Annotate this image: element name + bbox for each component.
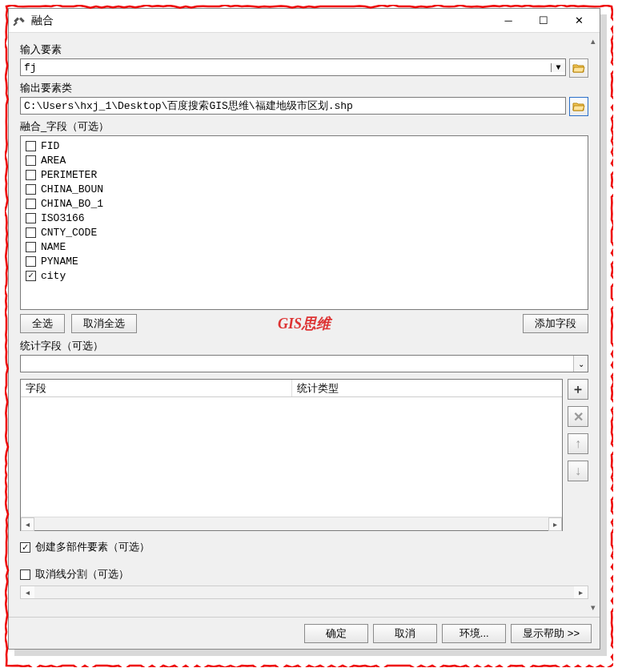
input-features-combo[interactable]: fj ▼ — [20, 58, 566, 76]
panel-vscroll[interactable]: ▴ ▾ — [588, 36, 598, 614]
cancel-button[interactable]: 取消 — [373, 624, 437, 643]
hammer-icon — [12, 14, 26, 28]
multipart-checkbox-row[interactable]: ✓ 创建多部件要素（可选） — [20, 539, 588, 555]
titlebar: 融合 ─ ☐ ✕ — [9, 9, 600, 33]
browse-output-button[interactable] — [569, 97, 588, 116]
field-item-label: NAME — [41, 241, 66, 253]
checkbox-icon[interactable]: ✓ — [20, 542, 30, 553]
panel-hscroll[interactable]: ◂ ▸ — [20, 585, 588, 599]
multipart-label: 创建多部件要素（可选） — [35, 540, 150, 554]
move-down-button[interactable]: ↓ — [568, 461, 588, 481]
field-item-label: CHINA_BO_1 — [41, 198, 103, 210]
field-item-label: CHINA_BOUN — [41, 183, 103, 195]
field-item[interactable]: ✓city — [26, 268, 583, 283]
stat-fields-label: 统计字段（可选） — [20, 339, 588, 353]
folder-open-icon — [572, 101, 585, 112]
stat-fields-combo[interactable]: ⌄ — [20, 355, 588, 372]
unsplit-label: 取消线分割（可选） — [35, 567, 129, 581]
checkbox-icon[interactable] — [26, 170, 36, 180]
remove-row-button[interactable]: ✕ — [568, 406, 588, 427]
table-header: 字段 统计类型 — [21, 380, 562, 397]
scroll-left-icon[interactable]: ◂ — [21, 586, 34, 598]
chevron-down-icon[interactable]: ▼ — [551, 63, 565, 72]
checkbox-icon[interactable] — [26, 141, 36, 151]
input-features-value: fj — [24, 62, 549, 74]
unselect-all-button[interactable]: 取消全选 — [71, 314, 137, 333]
field-item[interactable]: PERIMETER — [26, 167, 583, 182]
field-item[interactable]: CNTY_CODE — [26, 225, 583, 239]
dialog-window: 融合 ─ ☐ ✕ ▴ ▾ 输入要素 fj ▼ 输出要素类 — [8, 8, 600, 650]
dialog-footer: 确定 取消 环境... 显示帮助 >> — [9, 617, 600, 649]
maximize-button[interactable]: ☐ — [526, 10, 561, 32]
field-item-label: FID — [41, 140, 59, 152]
col-field: 字段 — [21, 380, 292, 396]
select-all-button[interactable]: 全选 — [20, 314, 65, 333]
dissolve-fields-label: 融合_字段（可选） — [20, 119, 588, 134]
field-item[interactable]: FID — [26, 139, 583, 153]
checkbox-icon[interactable] — [26, 227, 36, 238]
field-item-label: CNTY_CODE — [41, 227, 97, 239]
environments-button[interactable]: 环境... — [442, 624, 506, 643]
checkbox-icon[interactable] — [26, 199, 36, 209]
checkbox-icon[interactable] — [26, 184, 36, 195]
unsplit-checkbox-row[interactable]: 取消线分割（可选） — [20, 566, 588, 582]
field-item-label: PERIMETER — [41, 169, 97, 181]
output-features-label: 输出要素类 — [20, 81, 588, 95]
output-features-input[interactable]: C:\Users\hxj_1\Desktop\百度搜索GIS思维\福建地级市区划… — [20, 97, 566, 115]
stat-fields-table[interactable]: 字段 统计类型 ◂ ▸ — [20, 379, 563, 531]
close-button[interactable]: ✕ — [561, 10, 596, 32]
scroll-right-icon[interactable]: ▸ — [574, 586, 588, 598]
add-field-button[interactable]: 添加字段 — [523, 314, 588, 333]
checkbox-icon[interactable] — [26, 256, 36, 267]
add-row-button[interactable]: ＋ — [568, 379, 588, 400]
checkbox-icon[interactable]: ✓ — [26, 271, 36, 281]
field-item-label: PYNAME — [41, 256, 78, 268]
client-area: ▴ ▾ 输入要素 fj ▼ 输出要素类 C:\Users\hxj_1\Deskt… — [9, 33, 600, 617]
field-item[interactable]: CHINA_BO_1 — [26, 196, 583, 211]
chevron-down-icon[interactable]: ⌄ — [573, 356, 588, 372]
col-type: 统计类型 — [292, 380, 563, 396]
field-item-label: AREA — [41, 155, 66, 167]
input-features-label: 输入要素 — [20, 42, 588, 57]
folder-open-icon — [572, 62, 585, 74]
checkbox-icon[interactable] — [26, 242, 36, 252]
field-item[interactable]: ISO3166 — [26, 211, 583, 225]
watermark-text: GIS思维 — [278, 314, 331, 333]
checkbox-icon[interactable] — [26, 213, 36, 223]
scroll-right-icon[interactable]: ▸ — [548, 517, 562, 531]
field-item[interactable]: AREA — [26, 153, 583, 167]
field-item[interactable]: PYNAME — [26, 254, 583, 268]
field-item[interactable]: NAME — [26, 239, 583, 254]
output-features-value: C:\Users\hxj_1\Desktop\百度搜索GIS思维\福建地级市区划… — [24, 99, 562, 113]
field-item-label: ISO3166 — [41, 212, 85, 224]
move-up-button[interactable]: ↑ — [568, 433, 588, 454]
dissolve-fields-list[interactable]: FIDAREAPERIMETERCHINA_BOUNCHINA_BO_1ISO3… — [20, 135, 588, 310]
scroll-left-icon[interactable]: ◂ — [21, 517, 34, 531]
table-hscroll[interactable]: ◂ ▸ — [21, 517, 562, 530]
field-item-label: city — [41, 270, 66, 282]
table-body — [21, 397, 562, 517]
window-title: 融合 — [31, 14, 491, 28]
show-help-button[interactable]: 显示帮助 >> — [511, 624, 592, 643]
field-item[interactable]: CHINA_BOUN — [26, 182, 583, 196]
checkbox-icon[interactable] — [26, 155, 36, 166]
browse-input-button[interactable] — [569, 58, 588, 78]
ok-button[interactable]: 确定 — [304, 624, 368, 643]
minimize-button[interactable]: ─ — [491, 10, 526, 32]
checkbox-icon[interactable] — [20, 569, 30, 580]
